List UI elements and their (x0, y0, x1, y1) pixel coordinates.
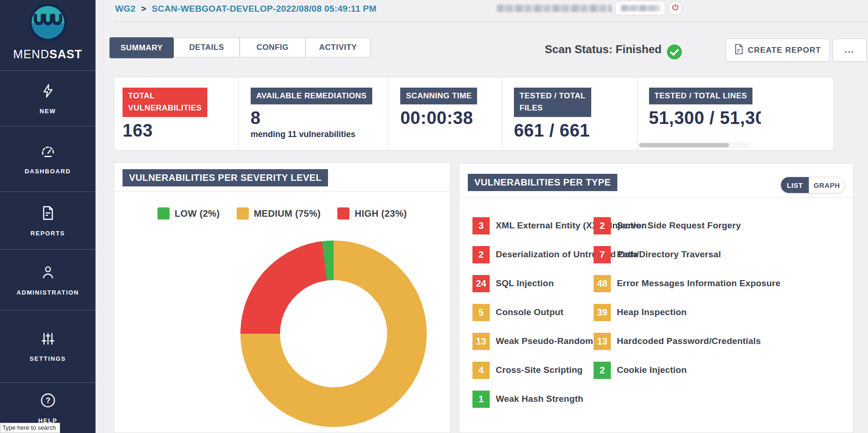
type-label: Hardcoded Password/Credentials (617, 336, 761, 346)
sidebar: MENDSAST NEWDASHBOARDREPORTSADMINISTRATI… (0, 0, 96, 433)
scan-stat-cards: TOTALVULNERABILITIES163AVAILABLE REMEDIA… (114, 77, 834, 151)
legend-swatch (237, 207, 249, 220)
sidebar-item-label: NEW (40, 108, 56, 115)
severity-legend: LOW (2%)MEDIUM (75%)HIGH (23%) (114, 207, 450, 220)
breadcrumb-scan-name: SCAN-WEBGOAT-DEVELOP-2022/08/08 05:49:11… (152, 4, 376, 14)
stat-card-value: 163 (123, 121, 231, 141)
legend-item-medium: MEDIUM (75%) (237, 207, 321, 220)
sidebar-item-administration[interactable]: ADMINISTRATION (0, 249, 96, 310)
legend-label: LOW (2%) (175, 208, 220, 219)
stat-card-title: SCANNING TIME (400, 88, 477, 104)
type-row[interactable]: 1Weak Hash Strength (472, 391, 647, 419)
toggle-list-button[interactable]: LIST (781, 177, 809, 193)
cards-horizontal-scrollbar (637, 142, 749, 148)
legend-item-low: LOW (2%) (157, 207, 220, 220)
stat-card-title: AVAILABLE REMEDIATIONS (251, 88, 372, 104)
redacted-username (621, 5, 659, 11)
help-icon: ? (40, 392, 56, 411)
tab-config[interactable]: CONFIG (240, 38, 306, 57)
brand-name: MENDSAST (13, 48, 82, 61)
type-count-badge: 1 (472, 391, 490, 408)
type-row[interactable]: 2Server Side Request Forgery (594, 217, 780, 246)
sidebar-item-new[interactable]: NEW (0, 70, 96, 126)
svg-text:?: ? (45, 396, 50, 405)
severity-panel-header: VULNERABILITIES PER SEVERITY LEVEL (114, 163, 450, 192)
stat-card-title: TOTALVULNERABILITIES (123, 88, 207, 117)
breadcrumb-project-link[interactable]: WG2 (115, 4, 136, 14)
stat-card-subtext: mending 11 vulnerabilities (251, 130, 381, 139)
scan-status: Scan Status: Finished (513, 43, 662, 56)
stat-card: TESTED / TOTALFILES661 / 661 (502, 77, 637, 150)
stat-card: SCANNING TIME00:00:38 (388, 77, 502, 150)
sidebar-item-label: DASHBOARD (25, 168, 71, 175)
stat-card: AVAILABLE REMEDIATIONS8mending 11 vulner… (238, 77, 389, 150)
severity-donut-chart (240, 241, 427, 427)
stat-card-value: 8 (251, 108, 381, 128)
breadcrumb: WG2 > SCAN-WEBGOAT-DEVELOP-2022/08/08 05… (115, 4, 376, 14)
tab-activity[interactable]: ACTIVITY (306, 38, 370, 57)
type-label: Path/Directory Traversal (617, 249, 721, 260)
type-count-badge: 2 (472, 246, 490, 263)
sidebar-item-label: SETTINGS (30, 355, 66, 362)
sidebar-item-settings[interactable]: SETTINGS (0, 310, 96, 382)
type-count-badge: 24 (472, 275, 490, 292)
type-count-badge: 2 (594, 217, 611, 234)
severity-panel-title: VULNERABILITIES PER SEVERITY LEVEL (123, 169, 328, 186)
type-count-badge: 7 (594, 246, 611, 263)
type-count-badge: 13 (594, 333, 611, 350)
type-count-badge: 48 (594, 275, 611, 292)
gauge-icon (39, 144, 57, 161)
sidebar-item-label: REPORTS (30, 230, 65, 237)
legend-label: HIGH (23%) (355, 208, 407, 219)
sidebar-item-reports[interactable]: REPORTS (0, 192, 96, 249)
scrollbar-thumb[interactable] (639, 143, 729, 147)
tab-details[interactable]: DETAILS (174, 38, 240, 57)
type-label: Error Messages Information Exposure (617, 278, 780, 289)
type-row[interactable]: 2Cookie Injection (594, 362, 780, 391)
mendsast-logo-icon (28, 3, 68, 44)
type-count-badge: 13 (472, 333, 490, 350)
list-graph-toggle: LIST GRAPH (780, 177, 845, 193)
account-menu-button[interactable] (615, 1, 665, 15)
type-label: Server Side Request Forgery (617, 220, 741, 231)
stat-card-value: 00:00:38 (400, 108, 494, 128)
legend-label: MEDIUM (75%) (254, 208, 321, 219)
type-label: Console Output (496, 307, 563, 317)
type-row[interactable]: 39Heap Inspection (594, 304, 780, 333)
stat-card-value: 661 / 661 (514, 121, 630, 141)
sidebar-item-label: ADMINISTRATION (16, 289, 79, 296)
stat-card-title: TESTED / TOTAL LINES (649, 88, 753, 104)
logout-button[interactable] (668, 1, 683, 15)
legend-swatch (337, 207, 349, 220)
type-panel-title: VULNERABILITIES PER TYPE (468, 174, 617, 191)
type-column-1: 2Server Side Request Forgery7Path/Direct… (594, 217, 780, 391)
type-row[interactable]: 7Path/Directory Traversal (594, 246, 780, 275)
create-report-label: CREATE REPORT (748, 46, 821, 55)
type-count-badge: 5 (472, 304, 490, 321)
user-icon (40, 264, 56, 282)
type-row[interactable]: 13Hardcoded Password/Credentials (594, 333, 780, 362)
stat-card-title: TESTED / TOTALFILES (514, 88, 591, 117)
create-report-button[interactable]: CREATE REPORT (726, 39, 829, 62)
legend-item-high: HIGH (23%) (337, 207, 407, 220)
toggle-graph-button[interactable]: GRAPH (809, 177, 845, 193)
type-label: Weak Pseudo-Random (496, 336, 593, 346)
check-circle-icon (666, 44, 683, 60)
tab-summary[interactable]: SUMMARY (109, 37, 174, 58)
type-label: Cross-Site Scripting (496, 365, 583, 375)
type-panel-header: VULNERABILITIES PER TYPE LIST GRAPH (459, 164, 853, 198)
type-panel: VULNERABILITIES PER TYPE LIST GRAPH 3XML… (459, 163, 854, 433)
sidebar-item-dashboard[interactable]: DASHBOARD (0, 126, 96, 192)
power-icon (671, 3, 679, 13)
redacted-account-text (497, 5, 612, 12)
lightning-icon (41, 82, 55, 101)
stat-card-value: 51,300 / 51,30 (649, 108, 761, 128)
type-count-badge: 4 (472, 362, 490, 379)
report-icon (40, 205, 56, 223)
more-options-button[interactable]: ... (833, 39, 867, 62)
type-row[interactable]: 48Error Messages Information Exposure (594, 275, 780, 304)
sidebar-menu: NEWDASHBOARDREPORTSADMINISTRATIONSETTING… (0, 70, 96, 433)
type-label: Heap Inspection (617, 307, 687, 317)
scan-tabs: SUMMARYDETAILSCONFIGACTIVITY (109, 37, 371, 57)
report-file-icon (734, 44, 743, 57)
